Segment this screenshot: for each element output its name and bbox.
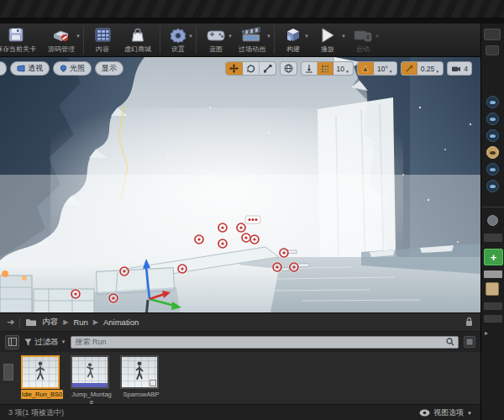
target-point-sprite-icon[interactable] (249, 234, 260, 245)
visibility-eye-icon[interactable] (486, 96, 499, 108)
scale-snap-icon (405, 65, 413, 73)
surface-snap-button[interactable] (302, 62, 318, 75)
show-label: 显示 (102, 63, 117, 74)
grid-snap-toggle[interactable] (318, 62, 333, 75)
target-point-sprite-icon[interactable] (271, 261, 283, 273)
visibility-eye-icon[interactable] (486, 146, 499, 159)
asset-item-blendspace[interactable]: Idle_Run_BS0 (21, 355, 63, 404)
marketplace-label: 虚幻商城 (124, 45, 151, 54)
target-point-sprite-icon[interactable] (118, 265, 130, 277)
build-button[interactable]: ▼ 构建 (277, 24, 309, 56)
panel-row[interactable] (484, 302, 502, 310)
camera-speed-button[interactable]: 4 (448, 62, 471, 75)
target-point-sprite-icon[interactable] (217, 222, 228, 234)
lit-mode-button[interactable]: 光照 (53, 61, 92, 76)
cinematics-button[interactable]: ▼ 过场动画 (233, 24, 271, 56)
sources-expander[interactable] (3, 364, 13, 381)
globe-icon (284, 64, 293, 73)
caret-down-icon: ▼ (389, 69, 393, 74)
panel-row[interactable] (484, 234, 502, 242)
rotate-tool-button[interactable] (243, 62, 260, 75)
save-level-button[interactable]: 保存当前关卡 (0, 24, 42, 56)
folder-icon (25, 318, 37, 327)
lit-mode-label: 光照 (70, 63, 85, 74)
target-point-sprite-icon[interactable] (108, 292, 119, 304)
caret-down-icon: ▼ (345, 69, 349, 74)
toolbar-separator (83, 26, 84, 54)
launch-button[interactable]: ▼ 启动 (346, 24, 380, 56)
rotation-snap-icon (361, 65, 370, 73)
target-point-sprite-icon[interactable] (193, 234, 205, 245)
breadcrumb-folder[interactable]: Run (73, 318, 87, 327)
target-point-sprite-icon[interactable] (70, 288, 81, 300)
blueprints-button[interactable]: ▼ 蓝图 (199, 24, 233, 56)
build-icon (283, 27, 303, 44)
launch-caret-icon: ▼ (375, 34, 380, 39)
component-thumbnail[interactable] (486, 282, 499, 296)
settings-button[interactable]: ▼ 设置 (163, 24, 193, 56)
rotation-snap-value[interactable]: 10°▼ (374, 62, 396, 75)
world-coordinate-button[interactable] (281, 62, 297, 75)
viewport-canvas[interactable]: 透视 光照 显示 (0, 57, 480, 312)
scene-3d (0, 57, 480, 312)
target-point-sprite-icon[interactable] (278, 247, 290, 259)
filters-button[interactable]: 过滤器 ▼ (24, 337, 66, 348)
window-titlebar[interactable] (0, 0, 504, 18)
launch-icon (352, 27, 374, 44)
scale-snap-value[interactable]: 0.25▼ (417, 62, 444, 75)
source-control-button[interactable]: ▼ 源码管理 (42, 24, 81, 56)
viewport-options-button[interactable] (0, 61, 7, 76)
breadcrumb-separator-icon: ▶ (63, 318, 68, 326)
visibility-eye-icon[interactable] (486, 163, 499, 176)
caret-down-icon: ▼ (435, 69, 439, 74)
view-options-button[interactable]: 视图选项 ▼ (419, 407, 472, 418)
panel-tab-nub[interactable] (484, 29, 501, 40)
panel-tab-nub[interactable] (486, 45, 499, 55)
breadcrumb-root[interactable]: 内容 (42, 317, 58, 328)
search-input[interactable] (75, 338, 446, 346)
asset-thumbnail (120, 355, 159, 389)
divider (481, 207, 504, 207)
content-browser-button[interactable]: 内容 (87, 24, 118, 56)
target-point-sprite-icon[interactable] (235, 222, 247, 234)
right-panel-edge: + ▸ (480, 24, 504, 420)
search-icon (446, 338, 454, 346)
panel-row[interactable] (484, 315, 502, 323)
scale-tool-button[interactable] (260, 62, 276, 75)
cinematics-caret-icon: ▼ (266, 34, 271, 39)
filter-funnel-icon (24, 339, 32, 346)
settings-label: 设置 (171, 45, 185, 54)
target-point-sprite-icon[interactable] (217, 238, 228, 249)
grid-snap-value[interactable]: 10▼ (333, 62, 353, 75)
scale-snap-toggle[interactable] (402, 62, 417, 75)
move-tool-button[interactable] (226, 62, 243, 75)
target-point-sprite-icon[interactable] (176, 263, 188, 275)
toolbar-separator (274, 26, 275, 54)
lock-icon[interactable] (465, 315, 474, 330)
cinematics-label: 过场动画 (239, 45, 265, 54)
target-point-sprite-icon[interactable] (288, 261, 300, 273)
asset-item-montage[interactable]: Jump_Montage (71, 355, 113, 404)
forward-arrow-icon[interactable]: ➜ (7, 317, 14, 328)
panel-search-stub[interactable] (484, 270, 502, 278)
breadcrumb-subfolder[interactable]: Animation (103, 318, 139, 327)
sources-panel-toggle-button[interactable] (5, 335, 19, 349)
view-mode-perspective-button[interactable]: 透视 (10, 61, 50, 76)
add-component-button[interactable]: + (484, 249, 503, 265)
asset-thumbnail (21, 355, 60, 389)
trigger-sprite-icon[interactable] (245, 216, 260, 223)
visibility-eye-icon[interactable] (486, 113, 499, 125)
rotation-snap-toggle[interactable] (358, 62, 374, 75)
info-circle-icon[interactable] (487, 215, 498, 226)
show-menu-button[interactable]: 显示 (95, 61, 123, 76)
camera-icon (451, 65, 461, 73)
save-search-button[interactable] (464, 336, 475, 348)
play-button[interactable]: ▼ 播放 (309, 24, 346, 56)
visibility-eye-icon[interactable] (486, 180, 499, 192)
asset-type-colorbar (72, 383, 108, 387)
marketplace-button[interactable]: 虚幻商城 (118, 24, 157, 56)
asset-item-animblueprint[interactable]: SparrowABP (120, 355, 162, 404)
visibility-eye-icon[interactable] (486, 129, 499, 142)
eye-icon (419, 409, 430, 417)
expander-chevron-icon[interactable]: ▸ (485, 329, 488, 337)
